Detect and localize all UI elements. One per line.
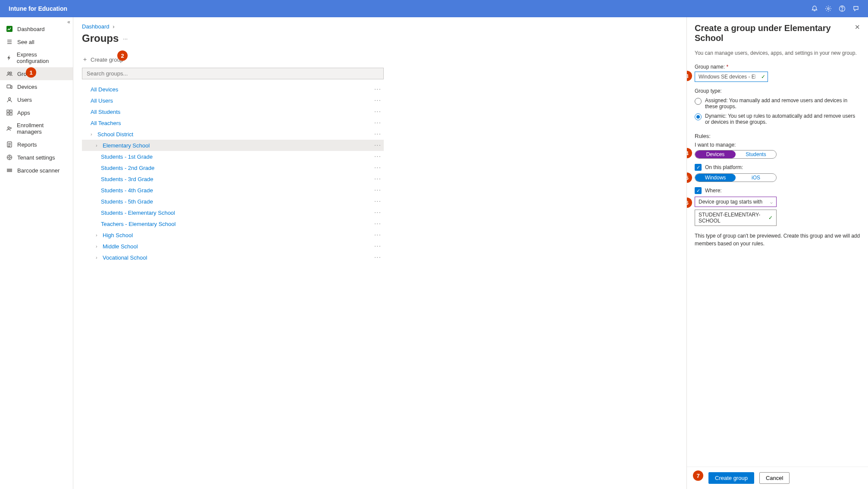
tree-item-label: School District	[97, 131, 133, 138]
tree-row[interactable]: ›School District···	[82, 129, 384, 140]
chevron-right-icon: ›	[91, 132, 96, 137]
tree-row[interactable]: Students - 4th Grade···	[82, 185, 384, 196]
more-icon[interactable]: ···	[374, 254, 384, 261]
nav-enrollment[interactable]: Enrollment managers	[0, 119, 73, 138]
nav-tenant[interactable]: Tenant settings	[0, 151, 73, 164]
tree-row[interactable]: All Teachers···	[82, 117, 384, 129]
nav-apps[interactable]: Apps	[0, 106, 73, 119]
toggle-students[interactable]: Students	[736, 150, 776, 158]
panel-title: Create a group under Elementary School	[695, 23, 855, 43]
more-icon[interactable]: ···	[374, 85, 384, 93]
group-type-label: Group type:	[695, 88, 860, 94]
tree-row[interactable]: All Users···	[82, 95, 384, 106]
notification-icon[interactable]	[811, 5, 818, 12]
more-icon[interactable]: ···	[374, 220, 384, 228]
more-icon[interactable]: ···	[374, 175, 384, 183]
list-icon	[6, 38, 13, 45]
tree-row[interactable]: Students - 5th Grade···	[82, 196, 384, 207]
group-name-input[interactable]	[695, 72, 768, 82]
tree-row[interactable]: All Students···	[82, 106, 384, 117]
tree-item-label: All Students	[91, 109, 120, 115]
plus-icon: ＋	[82, 56, 88, 63]
nav-groups[interactable]: Groups 1	[0, 67, 73, 80]
tree-row[interactable]: ›Middle School···	[82, 241, 384, 252]
tree-item-label: All Devices	[91, 86, 118, 93]
nav-dashboard[interactable]: Dashboard	[0, 22, 73, 35]
more-icon[interactable]: ···	[374, 209, 384, 216]
nav-devices[interactable]: Devices	[0, 80, 73, 93]
nav-reports[interactable]: Reports	[0, 138, 73, 151]
nav-see-all[interactable]: See all	[0, 35, 73, 48]
nav-label: Apps	[17, 110, 30, 116]
where-checkbox[interactable]: ✓	[695, 187, 702, 194]
more-icon[interactable]: ···	[374, 242, 384, 250]
toggle-windows[interactable]: Windows	[695, 174, 736, 182]
tree-row[interactable]: Students - 2nd Grade···	[82, 162, 384, 173]
nav-label: Dashboard	[17, 26, 45, 32]
chevron-right-icon: ›	[96, 232, 101, 238]
platform-checkbox[interactable]: ✓	[695, 164, 702, 171]
where-value-input[interactable]: STUDENT-ELEMENTARY-SCHOOL ✓	[695, 210, 777, 226]
svg-point-0	[827, 8, 829, 9]
more-icon[interactable]: ···	[374, 231, 384, 239]
more-icon[interactable]: ···	[374, 186, 384, 194]
rules-label: Rules:	[695, 133, 860, 139]
search-input[interactable]	[82, 68, 384, 79]
more-icon[interactable]: ···	[374, 119, 384, 127]
toggle-devices[interactable]: Devices	[695, 150, 736, 158]
enrollment-icon	[6, 125, 13, 132]
nav-label: Enrollment managers	[17, 122, 67, 135]
tree-row[interactable]: ›High School···	[82, 229, 384, 241]
preview-note: This type of group can't be previewed. C…	[695, 232, 860, 248]
callout-5: 5	[687, 172, 692, 183]
more-icon[interactable]: ···	[374, 164, 384, 172]
more-icon[interactable]: ···	[374, 197, 384, 205]
more-icon[interactable]: ···	[123, 35, 128, 42]
tree-item-label: High School	[103, 232, 133, 238]
tree-row[interactable]: All Devices···	[82, 84, 384, 95]
tree-row[interactable]: Students - Elementary School···	[82, 207, 384, 218]
nav-users[interactable]: Users	[0, 93, 73, 106]
where-label: Where:	[705, 188, 722, 194]
select-value: STUDENT-ELEMENTARY-SCHOOL	[699, 212, 768, 224]
radio-dynamic[interactable]: Dynamic: You set up rules to automatical…	[695, 111, 860, 127]
svg-point-5	[10, 72, 12, 74]
nav-barcode[interactable]: Barcode scanner	[0, 164, 73, 177]
more-icon[interactable]: ···	[374, 141, 384, 149]
tree-row[interactable]: ›Vocational School···	[82, 252, 384, 263]
more-icon[interactable]: ···	[374, 97, 384, 104]
callout-2: 2	[117, 50, 128, 61]
chevron-right-icon: ›	[96, 255, 101, 260]
tree-row[interactable]: Teachers - Elementary School···	[82, 218, 384, 229]
more-icon[interactable]: ···	[374, 153, 384, 160]
dashboard-icon	[6, 25, 13, 32]
cancel-button[interactable]: Cancel	[759, 472, 790, 484]
radio-icon	[695, 113, 702, 120]
close-icon[interactable]: ✕	[855, 23, 860, 31]
where-condition-select[interactable]: Device group tag starts with ⌵	[695, 197, 777, 207]
create-group-button[interactable]: ＋ Create group 2	[82, 53, 678, 68]
breadcrumb-item[interactable]: Dashboard	[82, 23, 110, 30]
settings-icon[interactable]	[825, 5, 832, 12]
svg-point-8	[9, 98, 11, 100]
chevron-down-icon: ⌵	[770, 200, 773, 204]
toggle-ios[interactable]: iOS	[736, 174, 776, 182]
manage-toggle[interactable]: Devices Students	[695, 150, 777, 159]
groups-tree: All Devices···All Users···All Students··…	[82, 84, 384, 263]
tree-item-label: Students - 1st Grade	[101, 154, 153, 160]
radio-assigned[interactable]: Assigned: You manually add and remove us…	[695, 96, 860, 111]
page-title: Groups	[82, 32, 119, 44]
tree-row[interactable]: Students - 3rd Grade···	[82, 173, 384, 185]
feedback-icon[interactable]	[852, 5, 859, 12]
panel-description: You can manage users, devices, apps, and…	[695, 50, 860, 56]
platform-toggle[interactable]: Windows iOS	[695, 173, 777, 182]
help-icon[interactable]	[839, 5, 846, 12]
nav-express[interactable]: Express configuration	[0, 48, 73, 67]
svg-point-2	[842, 10, 842, 10]
checkmark-icon: ✓	[761, 74, 765, 80]
more-icon[interactable]: ···	[374, 108, 384, 116]
create-group-submit[interactable]: Create group	[708, 472, 754, 484]
more-icon[interactable]: ···	[374, 130, 384, 138]
tree-row[interactable]: ›Elementary School···	[82, 140, 384, 151]
tree-row[interactable]: Students - 1st Grade···	[82, 151, 384, 162]
